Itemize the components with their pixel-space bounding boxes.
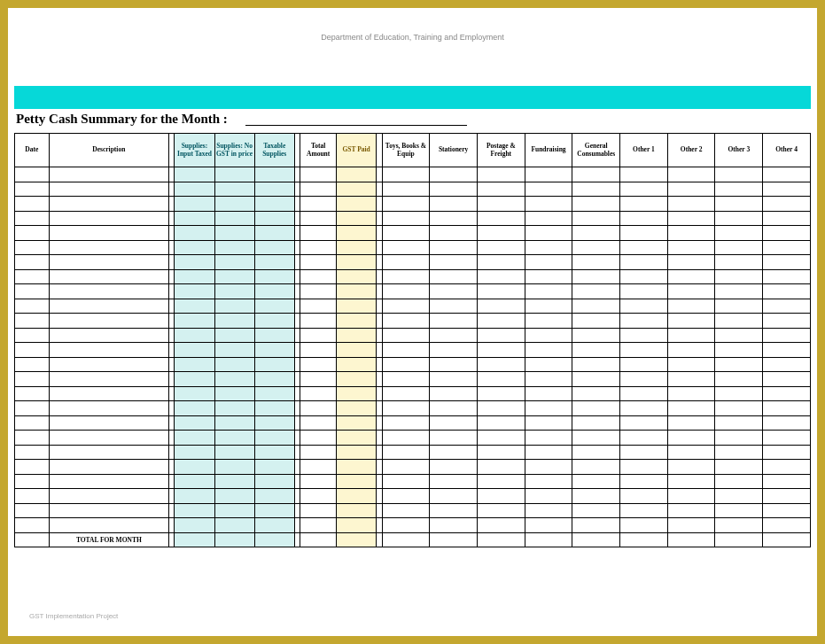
supplies-no-gst-cell[interactable] [214,343,254,358]
desc-cell[interactable] [49,415,168,431]
fundraising-cell[interactable] [525,167,572,182]
desc-cell[interactable] [49,372,168,387]
toys-cell[interactable] [382,503,430,518]
total-stationery[interactable] [430,532,478,547]
desc-cell[interactable] [49,255,168,270]
consumables-cell[interactable] [572,431,620,446]
stationery-cell[interactable] [430,372,478,387]
other3-cell[interactable] [715,415,763,431]
date-cell[interactable] [15,386,50,401]
desc-cell[interactable] [49,445,168,460]
postage-cell[interactable] [477,226,525,241]
fundraising-cell[interactable] [525,401,572,416]
supplies-no-gst-cell[interactable] [214,167,254,182]
supplies-no-gst-cell[interactable] [214,503,254,518]
supplies-input-taxed-cell[interactable] [175,343,214,358]
toys-cell[interactable] [382,240,430,255]
supplies-input-taxed-cell[interactable] [175,197,214,212]
other1-cell[interactable] [620,197,668,212]
gst-paid-cell[interactable] [337,489,377,504]
other4-cell[interactable] [763,226,811,241]
taxable-supplies-cell[interactable] [254,431,294,446]
other2-cell[interactable] [667,372,715,387]
supplies-no-gst-cell[interactable] [214,328,254,343]
other3-cell[interactable] [715,226,763,241]
stationery-cell[interactable] [430,474,478,489]
toys-cell[interactable] [382,255,430,270]
supplies-no-gst-cell[interactable] [214,372,254,387]
other3-cell[interactable] [715,240,763,255]
taxable-supplies-cell[interactable] [254,343,294,358]
total-date-cell[interactable] [15,532,50,547]
supplies-input-taxed-cell[interactable] [175,255,214,270]
fundraising-cell[interactable] [525,431,572,446]
supplies-no-gst-cell[interactable] [214,431,254,446]
supplies-no-gst-cell[interactable] [214,401,254,416]
supplies-no-gst-cell[interactable] [214,182,254,197]
taxable-supplies-cell[interactable] [254,299,294,314]
fundraising-cell[interactable] [525,255,572,270]
supplies-no-gst-cell[interactable] [214,460,254,475]
total-amount-cell[interactable] [300,197,337,212]
gst-paid-cell[interactable] [337,431,377,446]
postage-cell[interactable] [477,182,525,197]
taxable-supplies-cell[interactable] [254,197,294,212]
postage-cell[interactable] [477,197,525,212]
supplies-input-taxed-cell[interactable] [175,211,214,226]
fundraising-cell[interactable] [525,182,572,197]
date-cell[interactable] [15,299,50,314]
date-cell[interactable] [15,211,50,226]
desc-cell[interactable] [49,226,168,241]
toys-cell[interactable] [382,357,430,372]
taxable-supplies-cell[interactable] [254,167,294,182]
postage-cell[interactable] [477,474,525,489]
postage-cell[interactable] [477,299,525,314]
postage-cell[interactable] [477,314,525,329]
taxable-supplies-cell[interactable] [254,474,294,489]
other2-cell[interactable] [667,357,715,372]
desc-cell[interactable] [49,386,168,401]
taxable-supplies-cell[interactable] [254,503,294,518]
total-other4[interactable] [763,532,811,547]
date-cell[interactable] [15,226,50,241]
toys-cell[interactable] [382,431,430,446]
gst-paid-cell[interactable] [337,445,377,460]
postage-cell[interactable] [477,328,525,343]
other1-cell[interactable] [620,343,668,358]
other1-cell[interactable] [620,445,668,460]
taxable-supplies-cell[interactable] [254,240,294,255]
fundraising-cell[interactable] [525,489,572,504]
total-amount-cell[interactable] [300,431,337,446]
postage-cell[interactable] [477,343,525,358]
total-amount-cell[interactable] [300,460,337,475]
supplies-input-taxed-cell[interactable] [175,269,214,284]
desc-cell[interactable] [49,314,168,329]
postage-cell[interactable] [477,357,525,372]
fundraising-cell[interactable] [525,240,572,255]
supplies-no-gst-cell[interactable] [214,386,254,401]
stationery-cell[interactable] [430,445,478,460]
other2-cell[interactable] [667,314,715,329]
date-cell[interactable] [15,431,50,446]
date-cell[interactable] [15,489,50,504]
other4-cell[interactable] [763,503,811,518]
stationery-cell[interactable] [430,197,478,212]
other2-cell[interactable] [667,518,715,533]
other2-cell[interactable] [667,255,715,270]
fundraising-cell[interactable] [525,445,572,460]
fundraising-cell[interactable] [525,226,572,241]
supplies-input-taxed-cell[interactable] [175,240,214,255]
desc-cell[interactable] [49,269,168,284]
other4-cell[interactable] [763,284,811,299]
supplies-input-taxed-cell[interactable] [175,386,214,401]
total-amount-cell[interactable] [300,386,337,401]
toys-cell[interactable] [382,518,430,533]
date-cell[interactable] [15,255,50,270]
total-supplies-input-taxed[interactable] [175,532,214,547]
other4-cell[interactable] [763,314,811,329]
date-cell[interactable] [15,343,50,358]
taxable-supplies-cell[interactable] [254,255,294,270]
other4-cell[interactable] [763,518,811,533]
supplies-no-gst-cell[interactable] [214,489,254,504]
toys-cell[interactable] [382,328,430,343]
